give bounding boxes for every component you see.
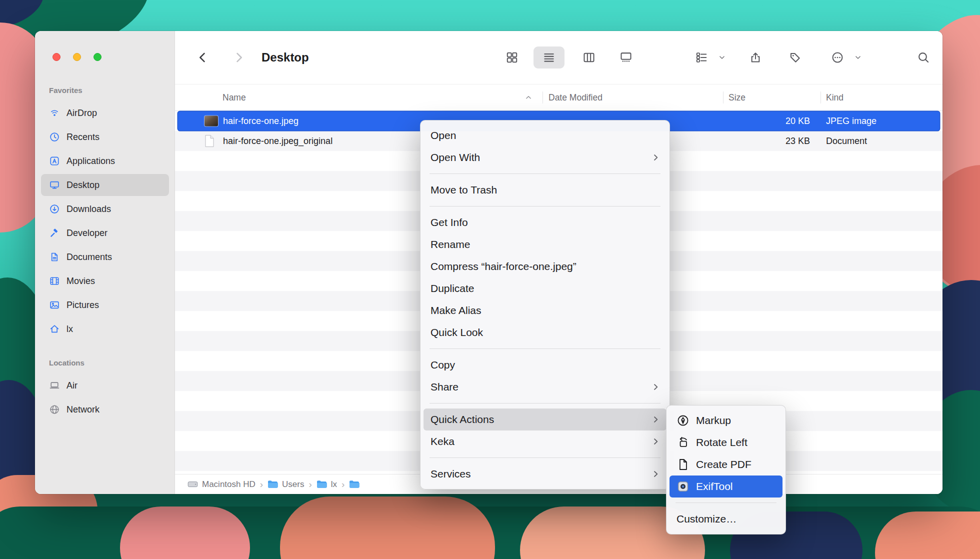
back-button[interactable] <box>196 50 210 64</box>
list-view-button[interactable] <box>542 51 556 64</box>
path-item-clipped[interactable] <box>349 480 360 488</box>
sidebar-item-home-lx[interactable]: lx <box>41 318 169 340</box>
context-menu-item-share[interactable]: Share <box>424 376 666 398</box>
menu-item-label: Quick Look <box>430 326 483 338</box>
wallpaper-stone-coral-bottom-1 <box>280 496 495 559</box>
zoom-window-button[interactable] <box>94 53 102 61</box>
submenu-item-exiftool[interactable]: ExifTool <box>670 476 782 498</box>
downloads-icon <box>49 204 60 214</box>
desktop-icon <box>49 180 60 190</box>
sidebar-item-applications[interactable]: Applications <box>41 150 169 172</box>
sidebar-item-movies[interactable]: Movies <box>41 270 169 292</box>
hard-drive-icon <box>188 480 198 488</box>
submenu-item-rotate-left[interactable]: Rotate Left <box>670 432 782 454</box>
context-menu-item-move-to-trash[interactable]: Move to Trash <box>424 179 666 201</box>
sidebar-item-downloads[interactable]: Downloads <box>41 198 169 220</box>
context-menu-item-duplicate[interactable]: Duplicate <box>424 278 666 300</box>
gallery-view-button[interactable] <box>620 51 632 64</box>
column-header-date-modified[interactable]: Date Modified <box>548 92 602 103</box>
sidebar: Favorites AirDrop Recents Applications D… <box>35 31 175 494</box>
sidebar-item-pictures[interactable]: Pictures <box>41 294 169 316</box>
context-menu-item-rename[interactable]: Rename <box>424 234 666 256</box>
document-file-icon <box>204 135 214 148</box>
path-separator-chevron: › <box>260 479 263 490</box>
menu-item-label: Keka <box>430 436 454 448</box>
path-label: Macintosh HD <box>202 480 256 490</box>
sidebar-item-label: Developer <box>66 228 108 238</box>
context-menu-item-quick-look[interactable]: Quick Look <box>424 322 666 344</box>
context-menu-item-open[interactable]: Open <box>424 124 666 146</box>
minimize-window-button[interactable] <box>73 53 81 61</box>
context-menu-item-make-alias[interactable]: Make Alias <box>424 300 666 322</box>
icon-view-button[interactable] <box>506 51 518 64</box>
sidebar-item-label: Documents <box>66 252 112 262</box>
context-menu-item-open-with[interactable]: Open With <box>424 146 666 168</box>
path-label: Users <box>282 480 304 490</box>
menu-item-label: Create PDF <box>696 458 752 470</box>
more-actions-button[interactable] <box>831 51 844 64</box>
context-menu-item-get-info[interactable]: Get Info <box>424 212 666 234</box>
exiftool-app-icon <box>676 480 690 493</box>
menu-divider <box>430 458 660 458</box>
context-menu-item-keka[interactable]: Keka <box>424 430 666 452</box>
path-item-lx[interactable]: lx <box>316 480 337 490</box>
menu-item-label: Rename <box>430 238 470 250</box>
menu-item-label: Services <box>430 468 471 480</box>
file-kind: JPEG image <box>826 116 876 126</box>
sidebar-item-desktop[interactable]: Desktop <box>41 174 169 196</box>
close-window-button[interactable] <box>52 53 60 61</box>
path-label: lx <box>331 480 337 490</box>
menu-item-label: Markup <box>696 414 731 426</box>
sidebar-item-air[interactable]: Air <box>41 374 169 396</box>
menu-item-label: Customize… <box>676 513 736 525</box>
path-separator-chevron: › <box>342 479 344 490</box>
sidebar-item-recents[interactable]: Recents <box>41 126 169 148</box>
submenu-item-markup[interactable]: Markup <box>670 410 782 432</box>
context-menu-item-services[interactable]: Services <box>424 463 666 485</box>
sidebar-item-label: lx <box>66 324 73 334</box>
jpeg-thumbnail-icon <box>204 116 218 126</box>
menu-item-label: Get Info <box>430 216 468 228</box>
sidebar-item-developer[interactable]: Developer <box>41 222 169 244</box>
more-actions-chevron-down-icon[interactable] <box>854 54 862 61</box>
menu-divider <box>676 502 776 503</box>
path-item-users[interactable]: Users <box>268 480 304 490</box>
search-icon[interactable] <box>917 51 930 64</box>
menu-divider <box>430 206 660 206</box>
group-by-button[interactable] <box>695 51 708 64</box>
submenu-item-customize[interactable]: Customize… <box>670 508 782 530</box>
context-menu-item-compress[interactable]: Compress “hair-force-one.jpeg” <box>424 256 666 278</box>
menu-item-label: ExifTool <box>696 480 733 492</box>
sidebar-item-airdrop[interactable]: AirDrop <box>41 102 169 124</box>
submenu-item-create-pdf[interactable]: Create PDF <box>670 454 782 476</box>
column-header-kind[interactable]: Kind <box>826 92 844 103</box>
menu-divider <box>430 348 660 349</box>
airdrop-icon <box>49 108 60 118</box>
tag-button[interactable] <box>788 51 802 64</box>
context-menu-item-quick-actions[interactable]: Quick Actions <box>424 408 666 430</box>
menu-item-label: Open With <box>430 152 480 164</box>
context-menu-item-copy[interactable]: Copy <box>424 354 666 376</box>
menu-item-label: Share <box>430 381 458 393</box>
menu-item-label: Move to Trash <box>430 184 497 196</box>
column-header-size[interactable]: Size <box>728 92 746 103</box>
markup-pen-icon <box>676 414 690 427</box>
share-button[interactable] <box>749 51 762 64</box>
submenu-chevron-icon <box>652 154 660 162</box>
documents-icon <box>49 252 60 262</box>
sidebar-item-network[interactable]: Network <box>41 398 169 420</box>
sidebar-item-documents[interactable]: Documents <box>41 246 169 268</box>
file-size: 20 KB <box>786 116 810 126</box>
sidebar-item-label: Desktop <box>66 180 100 190</box>
sidebar-item-label: AirDrop <box>66 108 97 118</box>
sidebar-item-label: Network <box>66 404 100 415</box>
forward-button[interactable] <box>232 50 246 64</box>
column-view-button[interactable] <box>582 51 596 64</box>
column-header-name[interactable]: Name <box>222 92 246 103</box>
path-item-macintosh-hd[interactable]: Macintosh HD <box>188 480 256 490</box>
column-header-row: Name Date Modified Size Kind <box>175 84 942 111</box>
hammer-icon <box>49 228 60 238</box>
group-by-chevron-down-icon[interactable] <box>718 54 726 61</box>
column-divider <box>723 92 724 104</box>
folder-icon <box>268 480 278 488</box>
